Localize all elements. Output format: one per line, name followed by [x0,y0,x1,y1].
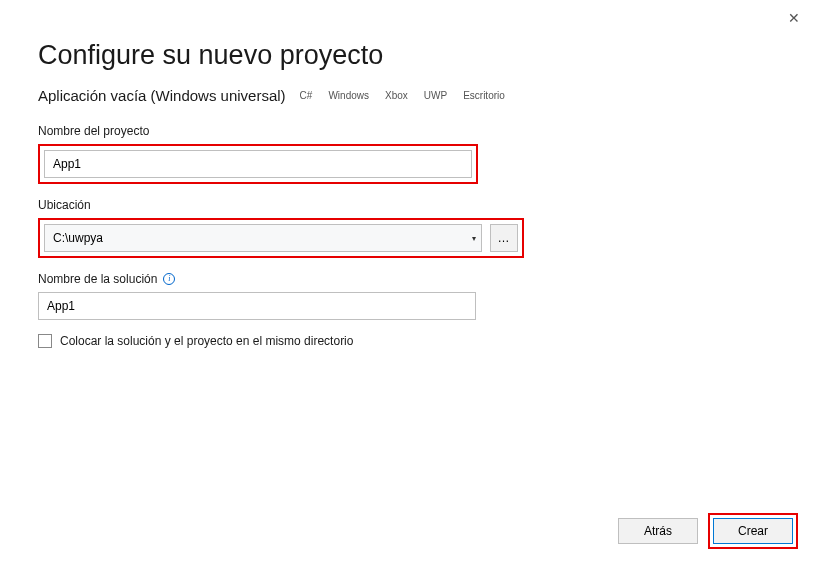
solution-name-label-text: Nombre de la solución [38,272,157,286]
close-icon: ✕ [788,10,800,26]
subtitle-row: Aplicación vacía (Windows universal) C# … [38,87,782,104]
back-button[interactable]: Atrás [618,518,698,544]
solution-name-label: Nombre de la solución i [38,272,782,286]
create-highlight: Crear [708,513,798,549]
browse-button[interactable]: … [490,224,518,252]
same-directory-checkbox[interactable] [38,334,52,348]
location-input[interactable] [44,224,482,252]
tag-desktop: Escritorio [459,88,509,103]
location-combo: ▾ [44,224,482,252]
same-directory-label: Colocar la solución y el proyecto en el … [60,334,353,348]
tag-csharp: C# [296,88,317,103]
project-name-label: Nombre del proyecto [38,124,782,138]
tag-uwp: UWP [420,88,451,103]
template-name: Aplicación vacía (Windows universal) [38,87,286,104]
close-button[interactable]: ✕ [780,6,808,30]
tag-xbox: Xbox [381,88,412,103]
project-name-input[interactable] [44,150,472,178]
info-icon[interactable]: i [163,273,175,285]
footer-buttons: Atrás Crear [618,513,798,549]
create-button[interactable]: Crear [713,518,793,544]
solution-name-input[interactable] [38,292,476,320]
dialog-content: Configure su nuevo proyecto Aplicación v… [0,0,820,348]
tag-windows: Windows [324,88,373,103]
template-tags: C# Windows Xbox UWP Escritorio [296,88,509,103]
project-name-highlight [38,144,478,184]
location-label: Ubicación [38,198,782,212]
page-title: Configure su nuevo proyecto [38,40,782,71]
same-directory-row: Colocar la solución y el proyecto en el … [38,334,782,348]
solution-name-group: Nombre de la solución i [38,272,782,320]
project-name-group: Nombre del proyecto [38,124,782,184]
location-group: Ubicación ▾ … [38,198,782,258]
location-highlight: ▾ … [38,218,524,258]
